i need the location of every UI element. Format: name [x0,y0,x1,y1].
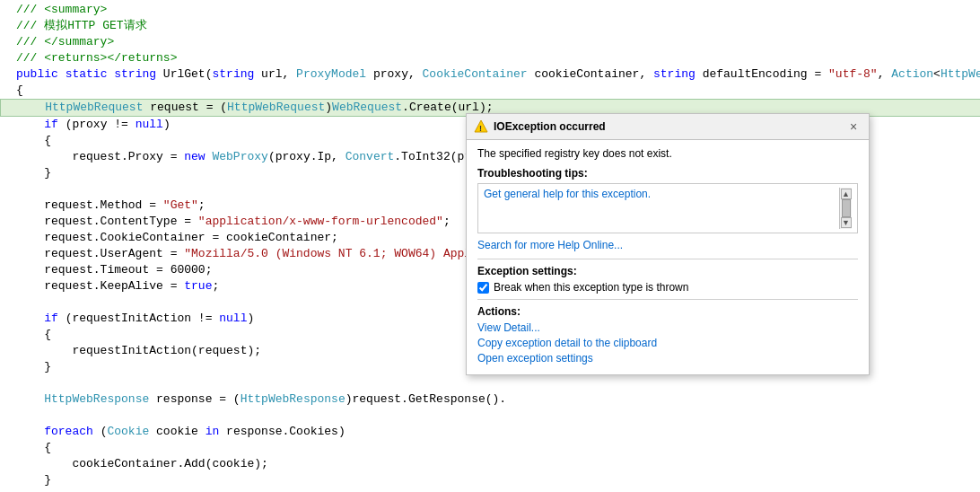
actions-title: Actions: [477,305,858,318]
code-line: /// <summary> [9,2,980,18]
warning-icon: ! [474,119,488,134]
scroll-up-arrow[interactable]: ▲ [841,189,852,199]
svg-text:!: ! [479,124,482,133]
code-line: public static string UrlGet(string url, … [9,66,980,83]
code-line: } [9,472,980,488]
popup-title: IOException occurred [494,120,606,133]
code-editor: /// <summary> /// 模拟HTTP GET请求 /// </sum… [0,0,980,492]
code-line [9,375,980,391]
scroll-thumb[interactable] [842,199,851,217]
code-line: { [9,440,980,456]
break-exception-checkbox[interactable] [477,282,489,294]
separator [477,259,858,259]
troubleshooting-title: Troubleshooting tips: [477,167,858,180]
exception-message: The specified registry key does not exis… [477,147,858,160]
separator-2 [477,299,858,300]
code-line [9,408,980,424]
popup-titlebar: ! IOException occurred × [467,114,869,140]
tip-link[interactable]: Get general help for this exception. [484,188,651,200]
view-detail-link[interactable]: View Detail... [477,321,858,334]
copy-exception-link[interactable]: Copy exception detail to the clipboard [477,337,858,349]
checkbox-label: Break when this exception type is thrown [494,281,688,294]
close-button[interactable]: × [845,119,862,135]
scrollbar[interactable]: ▲ ▼ [839,188,852,229]
popup-body: The specified registry key does not exis… [467,140,869,374]
code-line: { [9,83,980,99]
checkbox-row: Break when this exception type is thrown [477,281,858,294]
popup-title-left: ! IOException occurred [474,119,606,134]
exception-popup: ! IOException occurred × The specified r… [466,113,870,375]
scroll-down-arrow[interactable]: ▼ [841,217,852,228]
search-link[interactable]: Search for more Help Online... [477,239,858,251]
code-line: /// </summary> [9,34,980,50]
code-line: HttpWebResponse response = (HttpWebRespo… [9,391,980,408]
open-settings-link[interactable]: Open exception settings [477,352,858,365]
code-line: /// 模拟HTTP GET请求 [9,18,980,34]
settings-title: Exception settings: [477,265,858,277]
tips-content: Get general help for this exception. [484,188,839,229]
code-line: cookieContainer.Add(cookie); [9,456,980,472]
code-line: foreach (Cookie cookie in response.Cooki… [9,424,980,440]
code-line: /// <returns></returns> [9,50,980,66]
tips-box: Get general help for this exception. ▲ ▼ [477,183,858,233]
